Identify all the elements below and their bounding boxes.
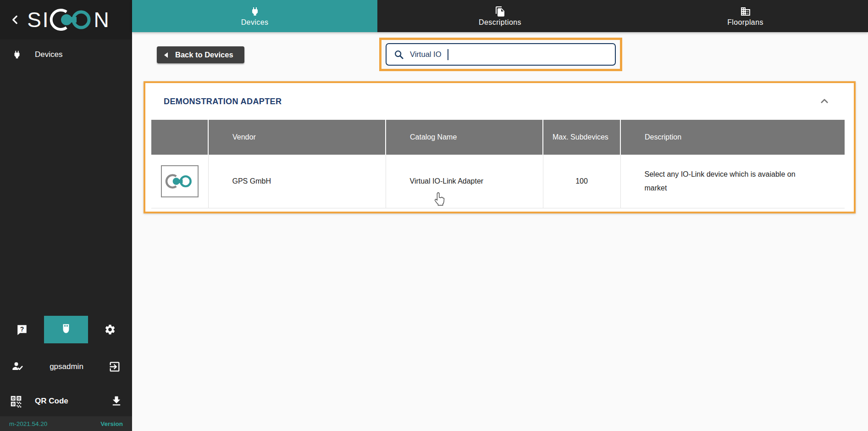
logo-text-suffix: N	[94, 9, 111, 30]
tab-label: Devices	[241, 18, 269, 27]
sicon-link-logo-icon	[49, 7, 95, 33]
plug-icon	[249, 6, 260, 17]
qr-code-icon	[9, 394, 23, 408]
vendor-logo-icon	[161, 165, 199, 197]
adapter-table: Vendor Catalog Name Max. Subdevices Desc…	[151, 120, 845, 208]
download-icon[interactable]	[110, 395, 123, 408]
usb-connector-icon	[60, 323, 72, 336]
plug-icon	[12, 50, 22, 60]
version-value: m-2021.54.20	[9, 420, 47, 427]
search-icon	[394, 50, 404, 60]
svg-text:?: ?	[20, 325, 24, 333]
description-cell: Select any IO-Link device which is avaia…	[620, 155, 845, 208]
table-row[interactable]: GPS GmbH Virtual IO-Link Adapter 100 Sel…	[151, 155, 845, 208]
sidebar: SI N Devices ? gpsadmin QR Co	[0, 0, 132, 431]
logo-text-prefix: SI	[27, 9, 50, 30]
text-caret	[448, 49, 448, 60]
column-header-vendor: Vendor	[208, 120, 386, 155]
catalog-name-cell: Virtual IO-Link Adapter	[386, 155, 543, 208]
help-bubble-icon: ?	[16, 324, 28, 336]
qr-code-label: QR Code	[35, 397, 110, 406]
column-header-icon	[151, 120, 208, 155]
sidebar-header: SI N	[0, 0, 132, 39]
user-check-icon	[11, 360, 25, 373]
version-label: Version	[100, 420, 123, 427]
tab-descriptions[interactable]: Descriptions	[377, 0, 623, 32]
user-name: gpsadmin	[25, 362, 108, 371]
collapse-sidebar-chevron-icon[interactable]	[9, 14, 21, 26]
max-subdevices-cell: 100	[543, 155, 620, 208]
logout-icon[interactable]	[108, 360, 121, 373]
adapter-card: DEMONSTRATION ADAPTER Vendor Catalog Nam…	[144, 81, 856, 213]
qr-code-row[interactable]: QR Code	[0, 388, 132, 414]
main-content: Back to Devices Virtual IO DEMONSTRATION…	[132, 32, 868, 431]
tab-label: Descriptions	[479, 18, 521, 27]
column-header-max-subdevices: Max. Subdevices	[543, 120, 620, 155]
tab-devices[interactable]: Devices	[132, 0, 377, 32]
back-to-devices-button[interactable]: Back to Devices	[157, 46, 244, 63]
search-annotation-box: Virtual IO	[379, 38, 622, 71]
settings-button[interactable]	[88, 316, 132, 343]
sidebar-item-label: Devices	[35, 50, 62, 59]
tab-label: Floorplans	[727, 18, 763, 27]
top-navigation: Devices Descriptions Floorplans	[132, 0, 868, 32]
adapter-card-header: DEMONSTRATION ADAPTER	[145, 83, 854, 120]
vendor-logo-cell	[151, 155, 208, 208]
column-header-catalog-name: Catalog Name	[386, 120, 543, 155]
sidebar-tool-row: ?	[0, 316, 132, 343]
gear-icon	[104, 324, 116, 336]
search-input[interactable]: Virtual IO	[386, 43, 616, 66]
search-input-value: Virtual IO	[410, 50, 441, 59]
tab-floorplans[interactable]: Floorplans	[623, 0, 868, 32]
version-bar: m-2021.54.20 Version	[0, 416, 132, 431]
user-row: gpsadmin	[0, 354, 132, 379]
collapse-chevron-up-icon[interactable]	[819, 96, 830, 107]
back-button-label: Back to Devices	[175, 50, 233, 59]
documents-icon	[495, 6, 506, 17]
column-header-description: Description	[620, 120, 845, 155]
help-button[interactable]: ?	[0, 316, 44, 343]
sidebar-item-devices[interactable]: Devices	[0, 39, 132, 70]
card-title: DEMONSTRATION ADAPTER	[164, 97, 819, 106]
sicon-logo: SI N	[27, 7, 117, 33]
left-arrow-icon	[164, 52, 168, 58]
table-header-row: Vendor Catalog Name Max. Subdevices Desc…	[151, 120, 845, 155]
vendor-cell: GPS GmbH	[208, 155, 386, 208]
devices-tool-button[interactable]	[44, 316, 88, 343]
building-icon	[740, 6, 751, 17]
